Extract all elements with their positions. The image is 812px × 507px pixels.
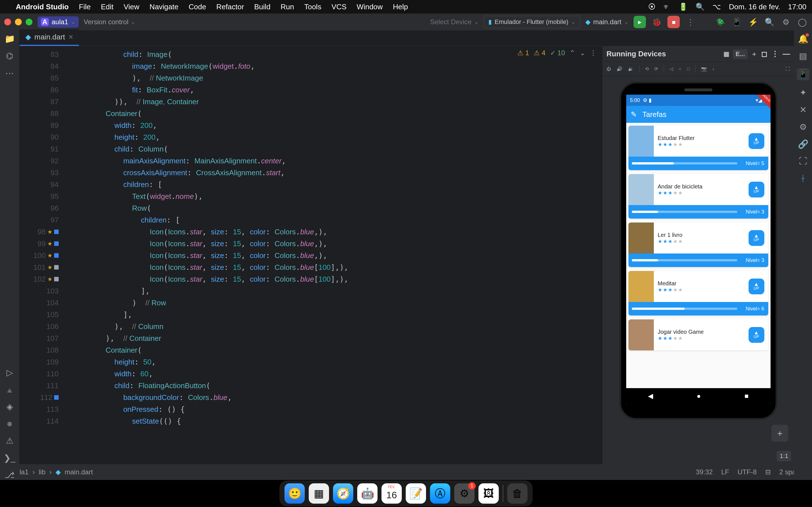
preview-icon[interactable]: 🖼	[478, 483, 499, 504]
android-studio-icon[interactable]: 🤖	[357, 483, 377, 504]
minimize-window[interactable]	[15, 18, 22, 25]
wifi-icon[interactable]: ᯤ	[663, 3, 671, 11]
device-tab-icon[interactable]: ▦	[723, 50, 729, 58]
volume-down-icon[interactable]: 🔉	[628, 66, 633, 71]
home-icon[interactable]: ○	[679, 66, 681, 71]
stop-button[interactable]: ◼	[667, 16, 680, 28]
menubar-time[interactable]: 17:00	[788, 3, 806, 11]
debug-button[interactable]: 🐞	[651, 16, 662, 27]
breadcrumb-folder[interactable]: lib	[39, 468, 45, 476]
finder-icon[interactable]: 🙂	[285, 483, 305, 504]
account-icon[interactable]: ◯	[797, 16, 808, 27]
spotlight-icon[interactable]: 🔍	[696, 3, 705, 11]
launchpad-icon[interactable]: ▦	[309, 483, 329, 504]
menu-tools[interactable]: Tools	[304, 3, 321, 11]
control-center-icon[interactable]: ⌥	[712, 3, 721, 11]
nav-back-icon[interactable]: ◀	[648, 392, 653, 400]
menu-help[interactable]: Help	[393, 3, 408, 11]
breadcrumb-file[interactable]: main.dart	[64, 468, 93, 476]
app-name[interactable]: Android Studio	[16, 3, 69, 11]
device-tab[interactable]: E...	[733, 49, 748, 59]
profiler-tool-icon[interactable]: ◈	[6, 402, 13, 411]
menu-view[interactable]: View	[123, 3, 139, 11]
code-area[interactable]: child: Image( image: NetworkImage(widget…	[61, 46, 602, 464]
menu-refactor[interactable]: Refactor	[216, 3, 244, 11]
more-tool-icon[interactable]: ⋯	[5, 68, 14, 78]
code-editor[interactable]: ⚠ 1 ⚠ 4 ✓ 10 ⌃ ⌄ ⋮ 838485868788899091929…	[19, 46, 602, 464]
structure-tool-icon[interactable]: ⌬	[6, 51, 13, 61]
tools-icon[interactable]: ✕	[800, 105, 807, 115]
down-icon[interactable]: ⌄	[580, 49, 585, 57]
readonly-icon[interactable]: ⊟	[765, 468, 771, 476]
next-icon[interactable]: ›	[712, 66, 714, 71]
up-button[interactable]: ▲UP	[749, 230, 764, 246]
flutter-inspector-icon[interactable]: ⟊	[801, 173, 806, 183]
battery-icon[interactable]: 🔋	[679, 3, 688, 11]
up-button[interactable]: ▲UP	[749, 182, 764, 198]
ai-tool-icon[interactable]: ✦	[800, 88, 807, 98]
panel-options-icon[interactable]: ⋮	[771, 50, 779, 58]
flutter-tool-icon[interactable]: ⟁	[7, 385, 12, 394]
screenshot-icon[interactable]: 📷	[701, 66, 707, 71]
flash-icon[interactable]: ⚡	[748, 16, 759, 27]
menu-vcs[interactable]: VCS	[332, 3, 347, 11]
zoom-add-button[interactable]: ＋	[771, 425, 788, 442]
appstore-icon[interactable]: Ⓐ	[430, 483, 450, 504]
volume-up-icon[interactable]: 🔊	[617, 66, 622, 71]
inspection-widget[interactable]: ⚠ 1 ⚠ 4 ✓ 10 ⌃ ⌄ ⋮	[517, 49, 597, 57]
tab-main-dart[interactable]: ◆ main.dart ✕	[20, 29, 79, 46]
project-tool-icon[interactable]: 📁	[4, 34, 15, 44]
zoom-window[interactable]	[26, 18, 33, 25]
terminal-tool-icon[interactable]: ❯_	[4, 453, 15, 463]
select-device-dropdown[interactable]: Select Device ⌄	[430, 18, 479, 26]
system-settings-icon[interactable]: ⚙ 1	[454, 483, 474, 504]
overview-icon[interactable]: □	[687, 66, 690, 71]
tasks-list[interactable]: Estudar Flutter ★★★★★ ▲UP Nivel= 5 Andar…	[626, 123, 770, 388]
scan-tool-icon[interactable]: ⛶	[799, 156, 807, 166]
link-tool-icon[interactable]: 🔗	[798, 139, 808, 149]
up-button[interactable]: ▲UP	[749, 133, 764, 149]
expand-icon[interactable]: ⛶	[785, 66, 790, 71]
rotate-right-icon[interactable]: ⟳	[654, 66, 658, 71]
close-tab-icon[interactable]: ✕	[68, 34, 73, 41]
version-control-widget[interactable]: Version control ⌄	[84, 18, 135, 26]
menu-window[interactable]: Window	[357, 3, 383, 11]
safari-icon[interactable]: 🧭	[333, 483, 353, 504]
running-devices-tool-icon[interactable]: 📱	[797, 68, 809, 80]
rotate-left-icon[interactable]: ⟲	[645, 66, 649, 71]
nav-overview-icon[interactable]: ■	[745, 392, 749, 400]
back-icon[interactable]: ◁	[670, 66, 673, 71]
gradle-tool-icon[interactable]: ⚙	[799, 122, 807, 132]
up-icon[interactable]: ⌃	[569, 49, 575, 57]
menu-edit[interactable]: Edit	[101, 3, 114, 11]
nav-home-icon[interactable]: ●	[697, 392, 701, 400]
problems-tool-icon[interactable]: ⚠	[6, 436, 13, 446]
more-icon[interactable]: ⋮	[590, 49, 597, 57]
run-config-selector[interactable]: ◆ main.dart ⌄	[585, 18, 628, 26]
up-button[interactable]: ▲UP	[749, 327, 764, 343]
search-everywhere-icon[interactable]: 🔍	[764, 16, 775, 27]
editor-gutter[interactable]: 83848586878889909192939495969798★99★100★…	[19, 46, 61, 464]
emulator-screen[interactable]: 5:00 ⚙ ▮ ▾◢ ▮ ✎ Tarefas Estudar Flutter …	[626, 95, 770, 404]
up-button[interactable]: ▲UP	[749, 279, 764, 294]
edit-icon[interactable]: ✎	[631, 110, 637, 119]
screen-record-icon[interactable]: ⦿	[648, 3, 656, 11]
run-button[interactable]: ▶	[633, 16, 646, 28]
calendar-icon[interactable]: FEV. 16	[382, 483, 402, 504]
add-device-icon[interactable]: ＋	[751, 50, 757, 58]
git-tool-icon[interactable]: ⎇	[5, 470, 15, 480]
menu-code[interactable]: Code	[189, 3, 206, 11]
file-encoding[interactable]: UTF-8	[738, 468, 757, 476]
window-mode-icon[interactable]: ◻	[761, 50, 767, 58]
menu-run[interactable]: Run	[281, 3, 294, 11]
caret-position[interactable]: 39:32	[696, 468, 713, 476]
trash-icon[interactable]: 🗑	[507, 483, 527, 504]
menu-build[interactable]: Build	[254, 3, 270, 11]
project-selector[interactable]: A aula1 ⌄	[38, 16, 79, 27]
menu-file[interactable]: File	[79, 3, 91, 11]
database-tool-icon[interactable]: ▤	[799, 51, 807, 61]
build-tool-icon[interactable]: ⎈	[7, 419, 12, 429]
power-icon[interactable]: ⏻	[606, 66, 611, 71]
minimize-panel-icon[interactable]: —	[783, 50, 790, 58]
bug-icon[interactable]: 🪲	[715, 16, 726, 27]
